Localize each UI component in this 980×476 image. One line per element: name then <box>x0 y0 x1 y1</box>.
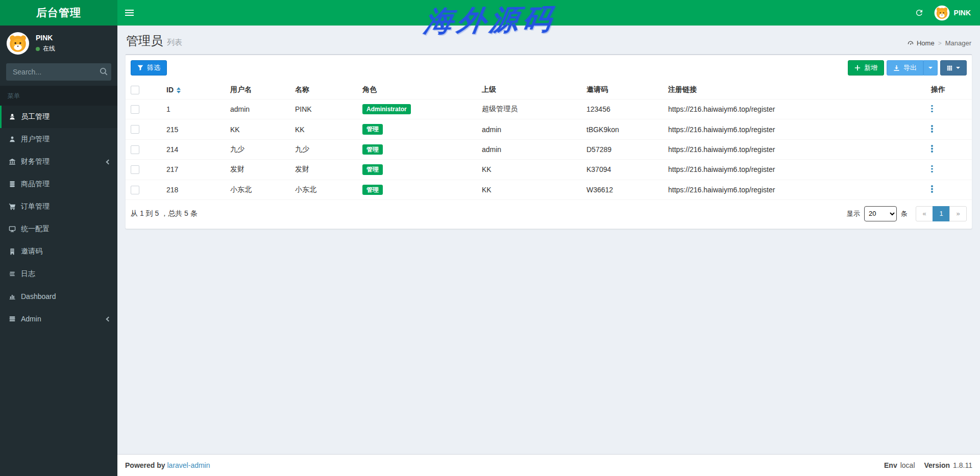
cell-register-link: https://216.haiwaiym6.top/register <box>663 119 921 139</box>
cell-username: 小东北 <box>225 180 290 199</box>
user-menu[interactable]: PINK <box>934 5 971 21</box>
breadcrumb-home[interactable]: Home <box>907 39 935 47</box>
laravel-admin-link[interactable]: laravel-admin <box>167 461 210 469</box>
cell-name: KK <box>290 119 357 139</box>
cell-register-link: https://216.haiwaiym6.top/register <box>663 99 921 119</box>
row-actions-icon[interactable] <box>931 165 933 173</box>
row-checkbox[interactable] <box>131 145 139 154</box>
sidebar-item-finance[interactable]: 财务管理 <box>0 151 117 173</box>
chevron-left-icon <box>106 159 111 164</box>
top-bar: 后台管理 PINK <box>0 0 980 26</box>
refresh-button[interactable] <box>915 8 924 17</box>
cell-id: 218 <box>161 180 225 199</box>
row-checkbox[interactable] <box>131 105 139 114</box>
sidebar-item-orders[interactable]: 订单管理 <box>0 195 117 218</box>
column-header-actions: 操作 <box>921 81 972 99</box>
sidebar-item-admin[interactable]: Admin <box>0 308 117 330</box>
sidebar-toggle-button[interactable] <box>117 0 141 26</box>
table-row: 1 admin PINK Administrator 超级管理员 123456 … <box>126 99 972 119</box>
cell-name: PINK <box>290 99 357 119</box>
server-icon <box>9 315 16 322</box>
export-button[interactable]: 导出 <box>887 60 923 76</box>
create-button-label: 新增 <box>864 63 877 72</box>
sidebar-item-label: 用户管理 <box>21 135 50 144</box>
lion-avatar <box>6 32 30 55</box>
user-name: PINK <box>954 9 971 17</box>
bar-chart-icon <box>9 293 16 300</box>
sidebar-item-invite-codes[interactable]: 邀请码 <box>0 240 117 263</box>
env-label: Env <box>884 461 897 469</box>
powered-by-label: Powered by <box>125 461 165 469</box>
role-badge: 管理 <box>362 164 383 174</box>
sidebar-item-label: 日志 <box>21 269 35 279</box>
row-checkbox[interactable] <box>131 186 139 194</box>
sidebar-search <box>6 63 111 81</box>
row-actions-icon[interactable] <box>931 185 933 193</box>
sidebar-item-config[interactable]: 统一配置 <box>0 218 117 240</box>
grid-box: 筛选 新增 导出 <box>125 54 972 229</box>
content-area: 管理员列表 Home > Manager 筛选 <box>117 26 980 454</box>
row-checkbox[interactable] <box>131 125 139 134</box>
page-title: 管理员 <box>126 34 163 47</box>
sidebar-item-products[interactable]: 商品管理 <box>0 173 117 195</box>
breadcrumb-separator: > <box>938 40 942 47</box>
filter-icon <box>137 65 143 71</box>
filter-button-label: 筛选 <box>147 63 160 72</box>
breadcrumb-home-label: Home <box>917 39 935 47</box>
column-selector-button[interactable] <box>940 60 967 76</box>
row-checkbox[interactable] <box>131 165 139 174</box>
sidebar-item-logs[interactable]: 日志 <box>0 263 117 285</box>
pagination-page-1[interactable]: 1 <box>933 206 950 221</box>
online-status-label: 在线 <box>43 44 55 53</box>
per-page-label: 显示 <box>847 209 860 218</box>
plus-icon <box>854 65 861 71</box>
row-actions-icon[interactable] <box>931 144 933 153</box>
sidebar-user-name: PINK <box>36 34 55 42</box>
sidebar-item-staff[interactable]: 员工管理 <box>0 106 117 128</box>
create-button[interactable]: 新增 <box>848 60 884 76</box>
sidebar-user-panel: PINK 在线 <box>0 26 117 60</box>
caret-down-icon <box>956 67 960 69</box>
pagination-prev[interactable]: « <box>916 206 933 221</box>
filter-button[interactable]: 筛选 <box>131 60 167 76</box>
sidebar-item-users[interactable]: 用户管理 <box>0 128 117 151</box>
select-all-checkbox[interactable] <box>131 86 139 94</box>
page-subtitle: 列表 <box>167 38 182 46</box>
cell-id: 217 <box>161 160 225 180</box>
sidebar-item-label: 邀请码 <box>21 247 42 256</box>
sidebar-item-label: 员工管理 <box>21 112 50 121</box>
database-icon <box>9 181 16 188</box>
sidebar-item-label: 商品管理 <box>21 180 50 189</box>
column-header-role: 角色 <box>357 81 477 99</box>
cell-id: 1 <box>161 99 225 119</box>
lion-avatar <box>934 5 950 21</box>
cell-username: 发财 <box>225 160 290 180</box>
cart-icon <box>9 203 16 210</box>
version-value: 1.8.11 <box>953 461 972 469</box>
column-header-register-link: 注册链接 <box>663 81 921 99</box>
navbar: PINK <box>117 0 980 26</box>
monitor-icon <box>9 226 16 233</box>
staff-icon <box>9 113 16 120</box>
sidebar-item-dashboard[interactable]: Dashboard <box>0 285 117 308</box>
row-actions-icon[interactable] <box>931 105 933 113</box>
role-badge: 管理 <box>362 144 383 155</box>
sidebar-item-label: Admin <box>21 315 41 323</box>
column-header-id[interactable]: ID <box>161 81 225 99</box>
cell-parent: admin <box>477 119 581 139</box>
sort-icon <box>177 87 181 93</box>
app-logo[interactable]: 后台管理 <box>0 0 117 26</box>
search-button[interactable] <box>99 67 108 78</box>
role-badge: Administrator <box>362 104 411 114</box>
search-input[interactable] <box>6 63 111 81</box>
per-page-select[interactable]: 20 <box>864 206 897 221</box>
row-actions-icon[interactable] <box>931 124 933 133</box>
table-row: 215 KK KK 管理 admin tBGK9kon https://216.… <box>126 119 972 139</box>
pagination-next[interactable]: » <box>949 206 967 221</box>
table-header-row: ID 用户名 名称 角色 上级 邀请码 注册链接 操作 <box>126 81 972 99</box>
export-dropdown-toggle[interactable] <box>923 60 938 76</box>
manager-table: ID 用户名 名称 角色 上级 邀请码 注册链接 操作 <box>126 81 972 200</box>
table-summary: 从 1 到 5 ，总共 5 条 <box>131 209 198 218</box>
building-icon <box>9 248 16 255</box>
cell-name: 小东北 <box>290 180 357 199</box>
